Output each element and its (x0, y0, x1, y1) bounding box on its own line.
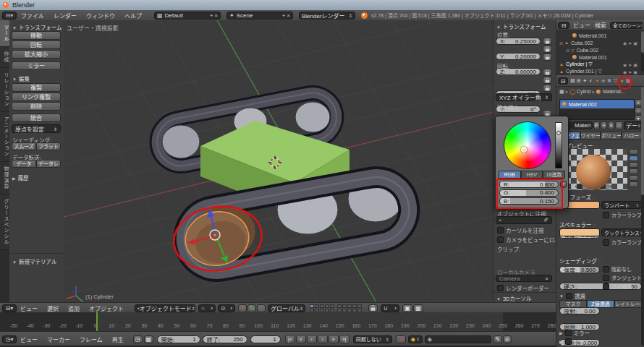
shadeless-checkbox[interactable]: 陰影なし (603, 265, 632, 273)
data-link-dropdown[interactable]: デー⇕ (624, 121, 642, 129)
preview-monkey-button[interactable] (629, 168, 638, 174)
diffuse-ramp-checkbox[interactable]: カラーランプ (603, 211, 642, 218)
outliner-item-label[interactable]: Material.001 (579, 33, 607, 38)
tool-shelf-tab[interactable]: ツール (0, 20, 9, 47)
expand-icon[interactable]: ⊖ (559, 40, 563, 46)
snap-dropdown[interactable]: ∪ ▾ (381, 304, 399, 312)
menu-item-3[interactable]: ヘルプ (124, 12, 142, 20)
lock-object-field[interactable]: ▪ ✐ (496, 216, 552, 224)
close-icon[interactable]: × (545, 275, 548, 282)
layer-toggle[interactable] (357, 304, 362, 308)
render-restrict-icon[interactable]: ▣ (633, 63, 639, 67)
cubic-checkbox[interactable]: 三次補間 (603, 283, 632, 290)
layer-toggle[interactable] (320, 309, 324, 312)
checkbox-icon[interactable] (603, 275, 609, 281)
manipulator-rotate-button[interactable]: ↻ (247, 304, 256, 312)
menu-item-0[interactable]: ファイル (21, 12, 44, 20)
breadcrumb-object[interactable]: Cylind (577, 89, 590, 94)
timeline-ruler[interactable]: -50-40-30-20-100102030405060708090100110… (0, 323, 556, 331)
menu-item-3[interactable]: オブジェクト (89, 304, 124, 312)
checkbox-icon[interactable] (497, 285, 504, 291)
manipulator-translate-button[interactable]: ↑ (238, 304, 247, 312)
outliner-item-label[interactable]: Cylinder | ▽ (566, 61, 593, 67)
loc-x-lock-button[interactable] (543, 38, 552, 45)
eyedropper-icon[interactable]: ✐ (543, 217, 548, 223)
rot-x-lock-button[interactable] (543, 69, 552, 76)
playback-button-4[interactable]: » (329, 335, 339, 343)
layer-toggle[interactable] (352, 304, 357, 308)
menu-item-1[interactable]: マーカー (47, 335, 70, 343)
render-border-checkbox[interactable]: レンダーボーダー (497, 284, 549, 292)
orientation-dropdown[interactable]: グローバル ⇕ (268, 304, 305, 312)
tab-ハロー[interactable]: ハロー (622, 132, 643, 140)
tool-shelf-tab[interactable]: 物理演算 (0, 162, 9, 194)
modifiers-icon[interactable]: ✱ (606, 78, 613, 84)
render-restrict-icon[interactable]: ▣ (633, 41, 639, 46)
playback-button-0[interactable]: |« (285, 335, 295, 343)
tab-RGB[interactable]: RGB (499, 171, 521, 179)
menu-item-3[interactable]: 再生 (112, 335, 124, 343)
sss-checkbox[interactable] (565, 338, 572, 345)
color-wheel[interactable] (504, 121, 551, 169)
menu-item-2[interactable]: フレーム (80, 335, 103, 343)
delete-button[interactable]: 削除 (12, 102, 61, 111)
current-frame-field[interactable]: 1 (250, 335, 281, 343)
emit-slider[interactable]: 放射:0.00 (559, 307, 600, 314)
record-button[interactable]: ● (396, 335, 406, 343)
transform-panel-title[interactable]: トランスフォーム (19, 25, 62, 31)
scene-add-icon[interactable]: + (282, 12, 286, 19)
menu-item-1[interactable]: 選択 (47, 304, 59, 312)
render-engine-selector[interactable]: Blenderレンダー ⇕ (299, 12, 355, 20)
menu-item-0[interactable]: ビュー (20, 304, 38, 312)
layer-toggle[interactable] (315, 304, 319, 308)
rot-y-lock-button[interactable] (543, 77, 552, 84)
object-icon[interactable]: ▪ (594, 78, 601, 83)
layer-toggle[interactable] (325, 309, 329, 312)
viewport-canvas[interactable] (64, 20, 493, 302)
layer-toggle[interactable] (337, 309, 342, 312)
specular-color-swatch[interactable] (559, 228, 600, 236)
tool-shelf-tab[interactable]: 作成 (0, 47, 9, 68)
layer-toggle[interactable] (342, 309, 347, 312)
layer-toggle[interactable] (310, 309, 314, 312)
unlink-material-button[interactable]: × (608, 121, 614, 129)
smooth-button[interactable]: スムーズ (12, 142, 36, 150)
render-icon[interactable]: ▤ (569, 78, 576, 84)
sss-panel-title[interactable]: SSS (574, 338, 585, 345)
local-camera-field[interactable]: Camera × (496, 275, 552, 282)
preview-flat-button[interactable] (629, 149, 638, 155)
join-button[interactable]: 統合 (12, 113, 61, 122)
outliner-menu-view[interactable]: ビュー (573, 21, 590, 29)
layer-toggle[interactable] (315, 309, 319, 312)
nodes-button[interactable]: ○ (615, 121, 623, 129)
checkbox-icon[interactable] (497, 227, 504, 234)
collapse-icon[interactable]: ▶ (12, 176, 16, 181)
playback-button-1[interactable]: « (296, 335, 306, 343)
scale-button[interactable]: 拡大縮小 (12, 50, 61, 59)
layout-add-icon[interactable]: + (210, 12, 213, 19)
outliner-item-label[interactable]: Cube.002 (577, 48, 598, 53)
breadcrumb-material[interactable]: Material... (603, 89, 625, 94)
layer-toggle[interactable] (320, 304, 324, 308)
data-layout-button[interactable]: データレ (36, 160, 61, 168)
layer-toggle[interactable] (330, 304, 334, 308)
frames-seconds-button[interactable]: ▦ (144, 335, 153, 343)
rot-z-lock-button[interactable] (543, 85, 552, 92)
scene-icon[interactable]: ✦ (582, 78, 588, 84)
tab-ワイヤー[interactable]: ワイヤー (580, 132, 601, 140)
outliner-row[interactable]: ▲Cylinder.001 | ▽◉➤▣ (556, 68, 644, 74)
checkbox-icon[interactable] (603, 239, 609, 246)
preview-cube-button[interactable] (629, 162, 638, 168)
layer-toggle[interactable] (347, 304, 352, 308)
preview-range-button[interactable]: ◷ (133, 335, 143, 343)
lock-cursor-checkbox[interactable]: カーソルを注視 (497, 226, 544, 234)
tab-マスク[interactable]: マスク (559, 300, 587, 308)
lock-button[interactable] (368, 304, 378, 312)
rotation-mode-dropdown[interactable]: XYZ オイラー角 ⇕ (496, 93, 552, 101)
expand-icon[interactable]: ⊖ (566, 48, 569, 53)
checkbox-icon[interactable] (603, 266, 609, 273)
playback-button-2[interactable]: ‹ (307, 335, 317, 343)
editor-type-button[interactable]: ⊟ (558, 22, 569, 29)
layer-toggle[interactable] (337, 304, 342, 308)
duplicate-button[interactable]: 複製 (12, 83, 61, 92)
